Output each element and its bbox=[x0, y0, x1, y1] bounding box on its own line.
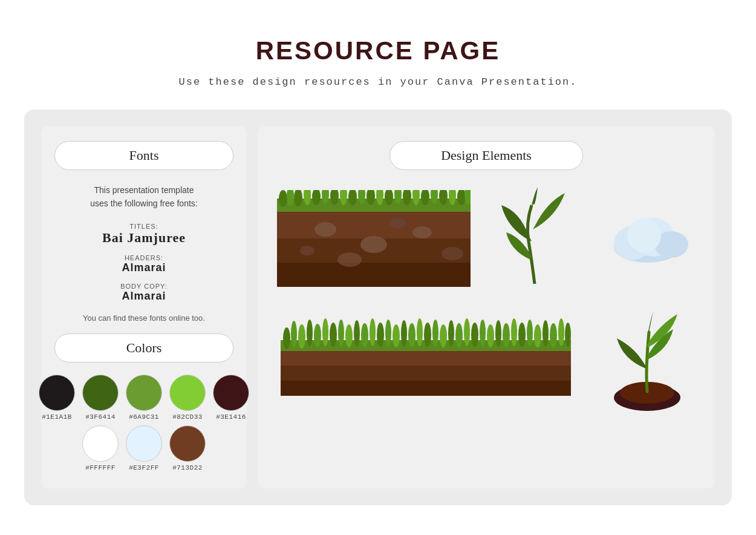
color-item-8: #713D22 bbox=[169, 425, 206, 471]
svg-point-48 bbox=[330, 323, 337, 347]
svg-point-67 bbox=[480, 320, 486, 346]
color-hex-7: #E3F2FF bbox=[129, 464, 159, 471]
color-hex-4: #82CD33 bbox=[172, 413, 203, 421]
design-elements-label: Design Elements bbox=[389, 141, 583, 170]
svg-point-72 bbox=[518, 323, 526, 347]
color-item-1: #1E1A1B bbox=[39, 375, 75, 421]
svg-point-47 bbox=[322, 318, 328, 346]
color-circle-lightgreen bbox=[169, 375, 206, 411]
svg-point-56 bbox=[393, 324, 400, 347]
svg-point-37 bbox=[627, 218, 661, 252]
svg-point-5 bbox=[412, 226, 432, 238]
design-elements-grid bbox=[271, 187, 702, 474]
main-container: Fonts This presentation template uses th… bbox=[24, 110, 732, 505]
color-item-4: #82CD33 bbox=[169, 375, 206, 421]
svg-point-63 bbox=[448, 320, 454, 347]
svg-point-55 bbox=[385, 320, 391, 346]
color-hex-8: #713D22 bbox=[172, 464, 203, 471]
svg-point-45 bbox=[307, 320, 313, 346]
svg-point-52 bbox=[361, 323, 368, 347]
page-subtitle: Use these design resources in your Canva… bbox=[179, 76, 578, 88]
color-swatches: #1E1A1B #3F6414 #6A9C31 #82CD33 #3E1416 bbox=[54, 375, 233, 474]
svg-point-51 bbox=[354, 320, 360, 347]
svg-point-6 bbox=[300, 246, 314, 255]
svg-point-73 bbox=[527, 320, 533, 346]
body-label: BODY COPY: bbox=[54, 283, 233, 290]
svg-point-65 bbox=[464, 318, 470, 346]
page-title: RESOURCE PAGE bbox=[256, 36, 501, 65]
color-hex-6: #FFFFFF bbox=[85, 464, 116, 471]
color-item-2: #3F6414 bbox=[82, 375, 119, 421]
plant-illustration bbox=[495, 187, 574, 290]
color-item-5: #3E1416 bbox=[213, 375, 249, 421]
color-hex-3: #6A9C31 bbox=[129, 413, 159, 421]
sprout-container bbox=[602, 302, 692, 411]
color-circle-brown bbox=[169, 425, 206, 462]
svg-point-71 bbox=[511, 318, 517, 346]
svg-point-74 bbox=[534, 324, 541, 347]
svg-point-7 bbox=[389, 218, 406, 229]
color-item-3: #6A9C31 bbox=[126, 375, 162, 421]
svg-point-53 bbox=[370, 318, 376, 346]
headers-font-entry: HEADERS: Almarai bbox=[54, 254, 233, 274]
color-circle-black bbox=[39, 375, 75, 411]
svg-point-75 bbox=[543, 320, 549, 347]
grass-strip-illustration bbox=[281, 317, 571, 396]
svg-point-50 bbox=[345, 324, 353, 347]
svg-point-9 bbox=[337, 252, 362, 267]
color-row-1: #1E1A1B #3F6414 #6A9C31 #82CD33 #3E1416 bbox=[39, 375, 249, 421]
body-font-name: Almarai bbox=[54, 290, 233, 303]
svg-point-70 bbox=[503, 323, 510, 347]
cloud-illustration bbox=[599, 214, 696, 263]
svg-point-69 bbox=[495, 320, 501, 347]
svg-point-62 bbox=[440, 324, 447, 347]
color-circle-green bbox=[126, 375, 162, 411]
svg-point-59 bbox=[417, 318, 423, 346]
color-circle-darkgreen bbox=[82, 375, 119, 411]
fonts-find-text: You can find these fonts online too. bbox=[54, 313, 233, 323]
svg-point-66 bbox=[471, 323, 478, 347]
svg-point-43 bbox=[291, 321, 297, 347]
svg-point-8 bbox=[442, 247, 463, 260]
titles-font-entry: TITLES: Bai Jamjuree bbox=[54, 223, 233, 246]
color-item-6: #FFFFFF bbox=[82, 425, 119, 471]
svg-point-46 bbox=[314, 324, 321, 347]
svg-point-42 bbox=[283, 327, 290, 349]
color-item-7: #E3F2FF bbox=[126, 425, 162, 471]
svg-point-60 bbox=[424, 323, 431, 347]
titles-font-name: Bai Jamjuree bbox=[54, 230, 233, 246]
plant-container bbox=[495, 187, 574, 290]
svg-point-4 bbox=[360, 236, 387, 253]
dirt-block-illustration bbox=[277, 190, 471, 287]
svg-point-49 bbox=[338, 320, 344, 346]
titles-label: TITLES: bbox=[54, 223, 233, 230]
headers-font-name: Almarai bbox=[54, 261, 233, 274]
cloud-container bbox=[599, 214, 696, 263]
svg-point-61 bbox=[432, 320, 438, 346]
design-row-top bbox=[271, 187, 702, 290]
color-row-2: #FFFFFF #E3F2FF #713D22 bbox=[82, 425, 206, 471]
svg-rect-2 bbox=[277, 263, 471, 287]
svg-point-64 bbox=[455, 323, 463, 347]
left-panel: Fonts This presentation template uses th… bbox=[41, 126, 247, 488]
color-hex-2: #3F6414 bbox=[85, 413, 116, 421]
svg-point-68 bbox=[487, 324, 494, 347]
grass-strip-container bbox=[281, 317, 571, 396]
color-circle-lightblue bbox=[126, 425, 162, 462]
color-circle-darkred bbox=[213, 375, 249, 411]
design-row-bottom bbox=[271, 302, 702, 411]
fonts-description: This presentation template uses the foll… bbox=[54, 183, 233, 211]
headers-label: HEADERS: bbox=[54, 254, 233, 261]
color-circle-white bbox=[82, 425, 119, 462]
svg-point-44 bbox=[298, 324, 305, 349]
body-font-entry: BODY COPY: Almarai bbox=[54, 283, 233, 303]
svg-point-78 bbox=[565, 323, 571, 347]
svg-point-77 bbox=[558, 318, 564, 346]
sprout-illustration bbox=[602, 302, 692, 411]
fonts-label: Fonts bbox=[54, 141, 233, 170]
svg-point-54 bbox=[377, 323, 384, 347]
color-hex-5: #3E1416 bbox=[216, 413, 246, 421]
color-hex-1: #1E1A1B bbox=[42, 413, 72, 421]
colors-label: Colors bbox=[54, 333, 233, 363]
svg-rect-40 bbox=[281, 381, 571, 396]
